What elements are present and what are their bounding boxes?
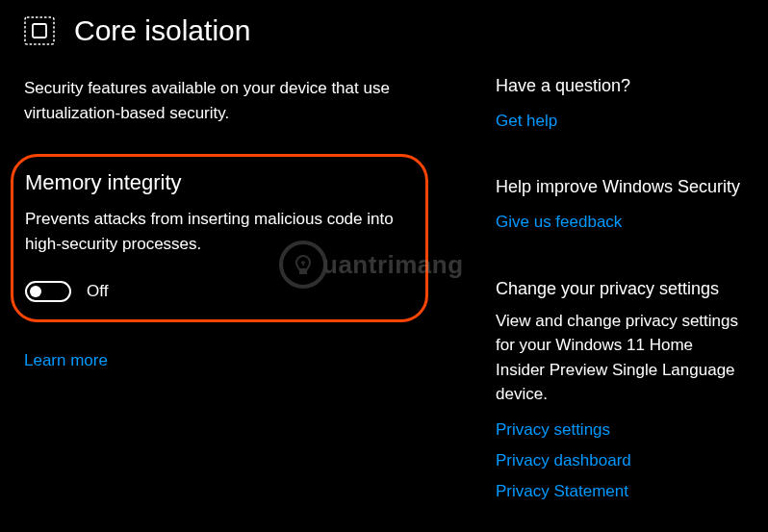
privacy-heading: Change your privacy settings xyxy=(496,279,744,299)
memory-integrity-toggle[interactable] xyxy=(25,281,71,302)
privacy-text: View and change privacy settings for you… xyxy=(496,309,744,407)
toggle-knob xyxy=(30,286,41,297)
page-description: Security features available on your devi… xyxy=(24,76,428,125)
learn-more-link[interactable]: Learn more xyxy=(24,351,108,369)
core-isolation-icon xyxy=(24,15,55,46)
give-feedback-link[interactable]: Give us feedback xyxy=(496,207,744,238)
memory-integrity-description: Prevents attacks from inserting maliciou… xyxy=(25,207,408,256)
question-heading: Have a question? xyxy=(496,76,744,96)
privacy-section: Change your privacy settings View and ch… xyxy=(496,279,744,508)
svg-rect-1 xyxy=(33,24,46,38)
sidebar: Have a question? Get help Help improve W… xyxy=(496,76,744,532)
memory-integrity-section: Memory integrity Prevents attacks from i… xyxy=(11,154,428,322)
page-header: Core isolation xyxy=(24,14,744,47)
privacy-statement-link[interactable]: Privacy Statement xyxy=(496,476,744,507)
memory-integrity-title: Memory integrity xyxy=(25,170,408,195)
improve-section: Help improve Windows Security Give us fe… xyxy=(496,177,744,238)
privacy-settings-link[interactable]: Privacy settings xyxy=(496,415,744,445)
get-help-link[interactable]: Get help xyxy=(496,106,744,137)
memory-integrity-toggle-row: Off xyxy=(25,281,408,302)
toggle-state-label: Off xyxy=(87,282,108,301)
question-section: Have a question? Get help xyxy=(496,76,744,137)
page-title: Core isolation xyxy=(74,14,250,47)
improve-heading: Help improve Windows Security xyxy=(496,177,744,197)
main-content: Security features available on your devi… xyxy=(24,76,428,532)
privacy-dashboard-link[interactable]: Privacy dashboard xyxy=(496,445,744,476)
svg-rect-0 xyxy=(25,17,54,44)
